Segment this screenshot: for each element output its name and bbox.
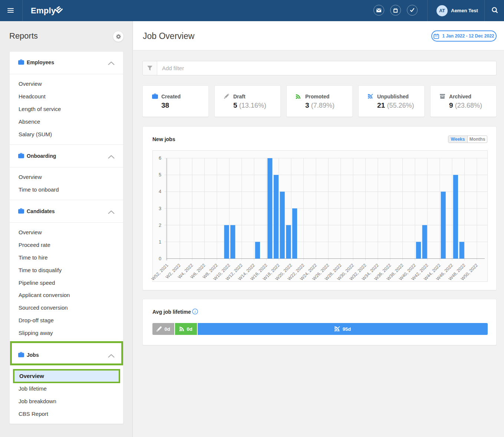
svg-text:5: 5: [159, 172, 161, 177]
svg-text:2: 2: [159, 223, 161, 228]
svg-text:3: 3: [159, 206, 161, 211]
svg-text:4: 4: [159, 189, 161, 194]
svg-text:6: 6: [159, 156, 161, 161]
svg-text:0: 0: [159, 256, 161, 261]
svg-text:1: 1: [159, 239, 161, 245]
svg-text:i: i: [195, 310, 196, 314]
